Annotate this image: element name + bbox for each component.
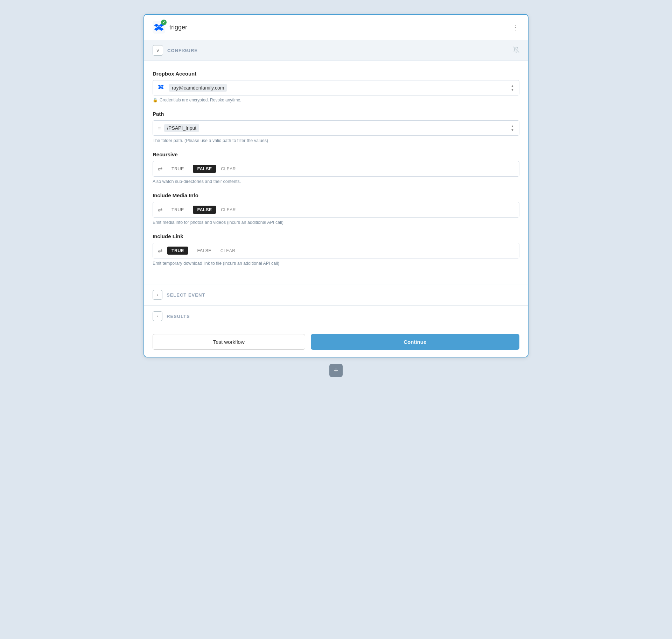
recursive-toggle-row: ⇄ TRUE FALSE CLEAR <box>153 161 519 177</box>
recursive-toggle-icon: ⇄ <box>158 165 162 172</box>
select-event-label: SELECT EVENT <box>167 292 205 298</box>
recursive-true-button[interactable]: TRUE <box>167 165 188 173</box>
recursive-hint: Also watch sub-directories and their con… <box>153 179 519 184</box>
mute-icon[interactable] <box>513 47 519 54</box>
svg-marker-7 <box>158 85 161 87</box>
continue-button[interactable]: Continue <box>311 334 520 350</box>
main-card: ✓ trigger ⋮ ∨ <box>144 14 528 357</box>
card-footer: Test workflow Continue <box>144 327 528 357</box>
media-info-clear-button[interactable]: CLEAR <box>221 207 236 212</box>
recursive-clear-button[interactable]: CLEAR <box>221 166 236 171</box>
add-step-button[interactable]: + <box>329 364 343 377</box>
account-value: ray@camdenfamily.com <box>169 84 227 92</box>
include-link-field: Include Link ⇄ TRUE FALSE CLEAR Emit tem… <box>153 233 519 266</box>
logo-check-badge: ✓ <box>161 20 167 25</box>
lines-icon: ≡ <box>158 125 161 131</box>
svg-marker-8 <box>161 85 164 87</box>
configure-chevron-button[interactable]: ∨ <box>153 45 163 56</box>
media-toggle-icon: ⇄ <box>158 206 162 213</box>
account-select-left: ray@camdenfamily.com <box>158 84 227 92</box>
include-link-toggle-row: ⇄ TRUE FALSE CLEAR <box>153 243 519 258</box>
include-link-clear-button[interactable]: CLEAR <box>220 248 236 253</box>
account-stepper[interactable]: ▲ ▼ <box>511 84 514 92</box>
dropbox-account-icon <box>158 85 166 91</box>
results-label: RESULTS <box>167 314 190 319</box>
media-info-hint: Emit media info for photos and videos (i… <box>153 220 519 225</box>
mute-bell-icon <box>513 47 519 53</box>
plus-container: + <box>329 364 343 377</box>
path-stepper[interactable]: ▲ ▼ <box>511 125 514 132</box>
card-header: ✓ trigger ⋮ <box>144 15 528 40</box>
media-info-true-button[interactable]: TRUE <box>167 206 188 214</box>
account-hint: 🔒 Credentials are encrypted. Revoke anyt… <box>153 98 519 102</box>
path-value: /PSAPI_Input <box>164 124 199 132</box>
lock-icon: 🔒 <box>153 98 158 102</box>
recursive-label: Recursive <box>153 151 519 157</box>
header-title: trigger <box>169 24 187 31</box>
results-chevron-right-icon: › <box>157 314 158 318</box>
select-event-section[interactable]: › SELECT EVENT <box>144 284 528 305</box>
path-hint: The folder path. (Please use a valid pat… <box>153 138 519 143</box>
media-info-toggle-row: ⇄ TRUE FALSE CLEAR <box>153 202 519 218</box>
dropbox-logo: ✓ <box>153 21 165 34</box>
configure-left: ∨ CONFIGURE <box>153 45 198 56</box>
path-select[interactable]: ≡ /PSAPI_Input ▲ ▼ <box>153 120 519 136</box>
path-field: Path ≡ /PSAPI_Input ▲ ▼ The folder path.… <box>153 111 519 143</box>
results-section[interactable]: › RESULTS <box>144 305 528 327</box>
media-info-false-button[interactable]: FALSE <box>193 206 216 214</box>
include-link-hint: Emit temporary download link to file (in… <box>153 261 519 266</box>
dropbox-account-field: Dropbox Account ray@camdenfamily.com <box>153 71 519 102</box>
include-link-true-button[interactable]: TRUE <box>167 247 188 255</box>
dropbox-account-label: Dropbox Account <box>153 71 519 77</box>
include-media-info-field: Include Media Info ⇄ TRUE FALSE CLEAR Em… <box>153 192 519 225</box>
path-label: Path <box>153 111 519 117</box>
chevron-right-icon: › <box>157 293 158 297</box>
account-hint-text: Credentials are encrypted. Revoke anytim… <box>160 98 241 102</box>
configure-section: ∨ CONFIGURE <box>144 40 528 61</box>
include-media-info-label: Include Media Info <box>153 192 519 198</box>
more-options-icon[interactable]: ⋮ <box>512 23 519 31</box>
chevron-down-icon: ∨ <box>156 48 160 53</box>
recursive-field: Recursive ⇄ TRUE FALSE CLEAR Also watch … <box>153 151 519 184</box>
header-left: ✓ trigger <box>153 21 187 34</box>
include-link-label: Include Link <box>153 233 519 239</box>
recursive-false-button[interactable]: FALSE <box>193 165 216 173</box>
configure-label: CONFIGURE <box>167 48 198 53</box>
results-chevron-button[interactable]: › <box>153 311 162 321</box>
test-workflow-button[interactable]: Test workflow <box>153 334 305 350</box>
svg-line-6 <box>513 47 519 53</box>
link-toggle-icon: ⇄ <box>158 247 162 254</box>
form-content: Dropbox Account ray@camdenfamily.com <box>144 61 528 284</box>
include-link-false-button[interactable]: FALSE <box>193 247 215 255</box>
dropbox-account-select[interactable]: ray@camdenfamily.com ▲ ▼ <box>153 80 519 95</box>
path-row-left: ≡ /PSAPI_Input <box>158 124 199 132</box>
select-event-chevron-button[interactable]: › <box>153 290 162 300</box>
